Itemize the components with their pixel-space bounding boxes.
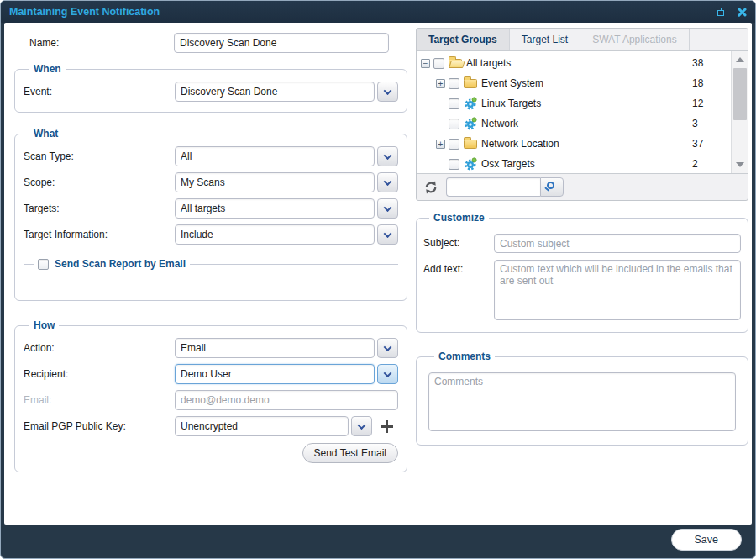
tree-checkbox[interactable] [449,139,459,150]
save-button[interactable]: Save [671,529,743,551]
add-pgp-key-icon[interactable] [381,420,393,433]
chevron-down-icon[interactable] [377,198,398,219]
tree-row-network[interactable]: Network 3 [417,113,731,134]
what-legend: What [29,128,62,140]
tree-label: Linux Targets [481,98,692,109]
tab-target-groups[interactable]: Target Groups [417,29,510,50]
what-section: What Scan Type: All Scope: My Scans [14,128,407,301]
action-value: Email [181,342,206,354]
comments-input[interactable] [428,372,736,431]
chevron-down-icon[interactable] [377,338,398,358]
chevron-down-icon[interactable] [377,82,398,102]
comments-legend: Comments [434,351,495,362]
scrollbar-thumb[interactable] [733,68,747,120]
right-column: Target Groups Target List SWAT Applicati… [416,28,748,446]
tree-checkbox[interactable] [449,159,459,170]
expand-icon[interactable] [436,140,445,149]
tree-checkbox[interactable] [433,58,444,69]
tree-label: Network Location [481,138,692,150]
tree-checkbox[interactable] [449,119,459,129]
folder-open-icon [449,59,462,68]
target-group-gear-icon [464,157,477,171]
add-text-input[interactable] [494,260,741,320]
tree-row-osx-targets[interactable]: Osx Targets 2 [417,154,731,173]
customize-legend: Customize [429,212,489,224]
tree-label: All targets [466,57,692,69]
scroll-up-icon[interactable] [733,53,747,66]
targets-value: All targets [181,203,225,214]
tree-scrollbar[interactable] [731,51,748,173]
targets-label: Targets: [24,203,175,214]
tree-label: Event System [481,77,692,89]
how-legend: How [29,319,59,331]
when-legend: When [29,63,66,75]
event-dropdown[interactable]: Discovery Scan Done [175,82,398,102]
email-field [175,390,398,410]
action-label: Action: [24,342,175,354]
subject-input[interactable] [494,234,741,253]
chevron-down-icon[interactable] [377,172,398,192]
dialog-title: Maintaining Event Notification [9,6,717,18]
scope-dropdown[interactable]: My Scans [175,172,398,192]
tree-row-linux-targets[interactable]: Linux Targets 12 [417,93,731,113]
email-label: Email: [24,394,175,406]
chevron-down-icon[interactable] [377,146,398,166]
name-label: Name: [29,37,174,49]
target-information-dropdown[interactable]: Include [175,224,398,245]
send-test-email-button[interactable]: Send Test Email [302,443,399,463]
target-tree: All targets 38 Event System 18 [417,51,748,174]
send-report-section: Send Scan Report by Email [24,258,398,270]
expand-icon[interactable] [436,79,445,88]
folder-icon [464,79,477,88]
chevron-down-icon[interactable] [377,364,398,384]
left-column: Name: When Event: Discovery Scan Done Wh… [14,31,407,488]
tree-search-input[interactable] [446,177,540,197]
tree-checkbox[interactable] [449,78,459,89]
tree-count: 12 [692,98,731,109]
subject-label: Subject: [423,234,494,253]
dialog-body: Name: When Event: Discovery Scan Done Wh… [4,23,752,525]
tab-swat-applications: SWAT Applications [580,29,690,50]
action-dropdown[interactable]: Email [175,338,398,358]
event-value: Discovery Scan Done [181,86,277,98]
chevron-down-icon[interactable] [377,224,398,245]
name-input[interactable] [174,33,389,53]
close-icon[interactable] [737,7,747,17]
tree-row-event-system[interactable]: Event System 18 [417,73,731,93]
tree-checkbox[interactable] [449,98,459,109]
scope-label: Scope: [24,177,175,188]
tab-bar: Target Groups Target List SWAT Applicati… [417,29,748,51]
refresh-icon[interactable] [422,178,440,197]
send-report-checkbox[interactable] [38,259,49,270]
tree-count: 2 [692,158,731,170]
target-information-value: Include [181,229,213,240]
targets-dropdown[interactable]: All targets [175,198,398,219]
titlebar: Maintaining Event Notification [1,1,755,23]
pgp-key-value: Unencrypted [181,420,238,432]
tree-row-all-targets[interactable]: All targets 38 [417,53,731,73]
tab-target-list[interactable]: Target List [510,29,580,50]
search-icon[interactable] [540,177,564,197]
pgp-key-dropdown[interactable]: Unencrypted [175,416,372,436]
restore-icon[interactable] [717,8,728,17]
tree-count: 38 [692,57,731,69]
customize-section: Customize Subject: Add text: [416,212,748,333]
scan-type-label: Scan Type: [24,150,175,162]
send-report-label: Send Scan Report by Email [55,258,186,270]
tree-count: 37 [692,138,731,150]
pgp-key-label: Email PGP Public Key: [24,420,175,432]
collapse-icon[interactable] [421,59,430,68]
recipient-dropdown[interactable]: Demo User [175,364,398,384]
tree-count: 3 [692,118,731,129]
scan-type-dropdown[interactable]: All [175,146,398,166]
dialog-footer: Save [1,525,755,558]
when-section: When Event: Discovery Scan Done [14,63,407,113]
tree-row-network-location[interactable]: Network Location 37 [417,134,731,154]
target-group-gear-icon [464,97,477,110]
how-section: How Action: Email Recipient: Demo User [14,319,407,472]
chevron-down-icon[interactable] [351,416,372,436]
target-group-gear-icon [464,117,477,130]
scroll-down-icon[interactable] [733,158,747,171]
tree-search-row [417,174,748,200]
recipient-label: Recipient: [24,368,175,380]
